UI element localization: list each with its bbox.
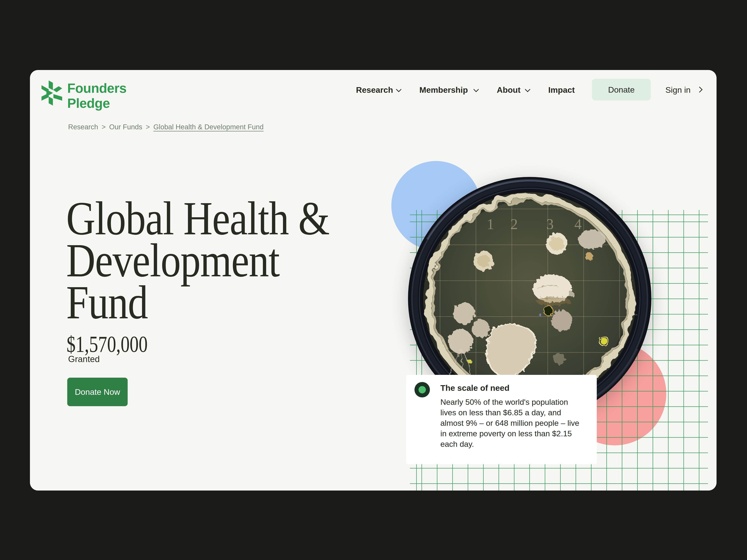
granted-amount: $1,570,000 — [67, 331, 148, 357]
bullet-dot-icon — [414, 382, 430, 397]
sign-in-link[interactable]: Sign in — [665, 86, 691, 94]
info-card-title: The scale of need — [440, 383, 509, 393]
plate-label-2: 2 — [510, 216, 518, 232]
nav-item-impact[interactable]: Impact — [548, 86, 575, 94]
main-card: 1 2 3 4 A B — [30, 70, 717, 490]
chevron-down-icon — [525, 87, 530, 92]
breadcrumb-research[interactable]: Research — [68, 123, 98, 131]
logo-line-1: Founders — [67, 81, 126, 96]
logo[interactable]: Founders Pledge — [42, 80, 150, 115]
founders-pledge-asterisk-icon — [42, 80, 62, 106]
page-title: Global Health & Development Fund — [66, 197, 329, 323]
chevron-down-icon — [396, 87, 401, 92]
nav-item-research[interactable]: Research — [356, 86, 393, 94]
breadcrumb-current-page[interactable]: Global Health & Development Fund — [153, 123, 263, 131]
plate-label-4: 4 — [574, 216, 582, 232]
page-title-line-1: Global Health & — [66, 197, 329, 239]
breadcrumb-our-funds[interactable]: Our Funds — [109, 123, 143, 131]
plate-label-1: 1 — [487, 216, 494, 232]
breadcrumb: Research > Our Funds > Global Health & D… — [68, 123, 263, 131]
chevron-down-icon — [473, 87, 479, 92]
page-background: 1 2 3 4 A B — [0, 0, 747, 560]
donate-now-button[interactable]: Donate Now — [67, 378, 128, 406]
info-card-body: Nearly 50% of the world's population liv… — [440, 397, 591, 449]
page-title-line-2: Development — [66, 239, 329, 282]
plate-label-3: 3 — [546, 216, 554, 232]
chevron-right-icon — [697, 87, 702, 92]
nav-item-about[interactable]: About — [497, 86, 521, 94]
donate-button[interactable]: Donate — [592, 79, 651, 101]
granted-caption: Granted — [68, 354, 100, 364]
logo-wordmark: Founders Pledge — [67, 81, 126, 111]
page-title-line-3: Fund — [66, 282, 329, 323]
nav-item-membership[interactable]: Membership — [419, 86, 468, 94]
bullet-dot-inner — [418, 386, 426, 393]
logo-line-2: Pledge — [67, 96, 126, 111]
breadcrumb-separator: > — [146, 123, 150, 131]
breadcrumb-separator: > — [102, 123, 106, 131]
info-card: The scale of need Nearly 50% of the worl… — [406, 375, 597, 464]
